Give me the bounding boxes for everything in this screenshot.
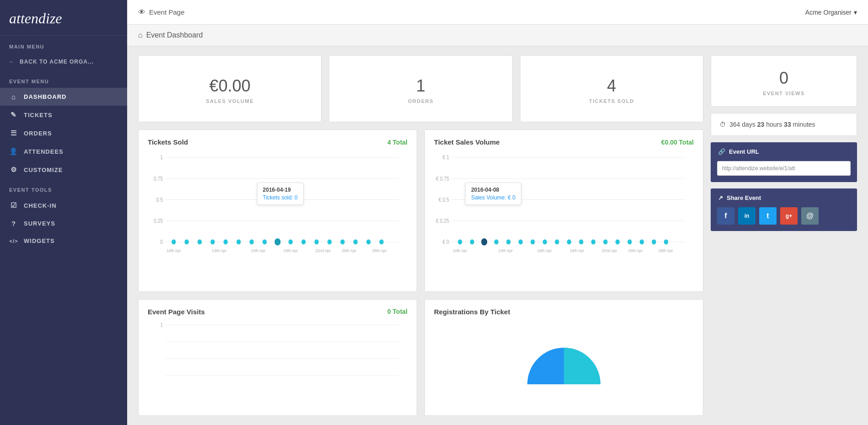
tickets-sold-label: TICKETS SOLD [589, 98, 634, 104]
tickets-sold-chart: 1 0.75 0.5 0.25 0 [148, 152, 407, 253]
sales-volume-label: SALES VOLUME [206, 98, 254, 104]
orders-value: 1 [416, 76, 425, 96]
svg-text:10th Apr: 10th Apr [166, 248, 181, 253]
sidebar-item-label: SURVEYS [24, 220, 55, 227]
svg-text:€ 0.5: € 0.5 [439, 197, 449, 203]
svg-text:€ 1: € 1 [443, 155, 449, 161]
svg-point-13 [210, 240, 214, 245]
sidebar-item-attendees[interactable]: 👤 ATTENDEES [0, 142, 127, 161]
svg-point-45 [470, 240, 474, 245]
chart-top: Tickets Sold 4 Total [148, 138, 407, 146]
event-menu-label: EVENT MENU [0, 70, 127, 88]
svg-text:0.5: 0.5 [156, 197, 163, 203]
sidebar-item-dashboard[interactable]: ⌂ DASHBOARD [0, 88, 127, 106]
svg-point-15 [236, 240, 241, 245]
chart-title: Event Page Visits [148, 308, 205, 316]
topbar-left: 👁 Event Page [138, 8, 185, 16]
svg-point-24 [354, 240, 358, 245]
attendees-icon: 👤 [9, 147, 18, 156]
svg-point-60 [652, 240, 656, 245]
email-share-button[interactable]: @ [801, 207, 819, 225]
user-menu[interactable]: Acme Organiser ▾ [805, 9, 857, 16]
dropdown-arrow-icon: ▾ [854, 9, 857, 16]
svg-text:19th Apr: 19th Apr [284, 248, 298, 253]
svg-text:1: 1 [160, 155, 163, 161]
ticket-sales-chart: € 1 € 0.75 € 0.5 € 0.25 € 0 [434, 152, 694, 253]
svg-text:13th Apr: 13th Apr [212, 248, 226, 253]
registrations-by-ticket-card: Registrations By Ticket [424, 299, 703, 416]
sidebar-item-customize[interactable]: ⚙ CUSTOMIZE [0, 161, 127, 179]
countdown-card: ⏱ 364 days 23 hours 33 minutes [711, 113, 857, 136]
svg-text:22nd Apr: 22nd Apr [601, 248, 617, 253]
event-page-link[interactable]: Event Page [149, 8, 185, 16]
svg-text:16th Apr: 16th Apr [251, 248, 266, 253]
sidebar-item-orders[interactable]: ☰ ORDERS [0, 124, 127, 142]
home-icon: ⌂ [9, 93, 18, 101]
svg-point-25 [366, 240, 370, 245]
registrations-chart-title: Registrations By Ticket [434, 308, 510, 316]
back-arrow-icon: ← [9, 59, 15, 65]
svg-text:28th Apr: 28th Apr [659, 248, 673, 253]
event-page-visits-card: Event Page Visits 0 Total 1 [138, 299, 417, 416]
stat-card-event-views: 0 EVENT VIEWS [711, 55, 857, 107]
tickets-icon: ✎ [9, 111, 18, 119]
svg-point-54 [579, 240, 583, 245]
facebook-share-button[interactable]: f [717, 207, 734, 225]
sidebar-item-label: CUSTOMIZE [24, 167, 63, 173]
tickets-sold-chart-card: Tickets Sold 4 Total 1 0.75 0.5 [138, 129, 417, 291]
svg-text:0: 0 [160, 239, 163, 245]
main-content: 👁 Event Page Acme Organiser ▾ ⌂ Event Da… [127, 0, 868, 425]
chart-total: €0.00 Total [661, 139, 694, 146]
stat-card-tickets-sold: 4 TICKETS SOLD [520, 55, 703, 122]
svg-text:€ 0.75: € 0.75 [436, 176, 449, 182]
dashboard-body: €0.00 SALES VOLUME 1 ORDERS 4 TICKETS SO… [127, 46, 868, 425]
surveys-icon: ? [9, 220, 18, 227]
svg-text:€ 0: € 0 [443, 239, 449, 245]
event-visits-svg: 1 [148, 320, 407, 389]
svg-point-18 [274, 238, 281, 246]
customize-icon: ⚙ [9, 166, 18, 174]
svg-point-55 [591, 240, 595, 245]
chart-top: Event Page Visits 0 Total [148, 308, 407, 316]
svg-point-21 [314, 240, 318, 245]
back-to-org-button[interactable]: ← BACK TO ACME ORGA... [0, 53, 127, 70]
sales-volume-value: €0.00 [209, 76, 251, 96]
linkedin-share-button[interactable]: in [738, 207, 755, 225]
svg-point-23 [340, 240, 344, 245]
orders-icon: ☰ [9, 129, 18, 137]
svg-point-61 [664, 240, 668, 245]
countdown-text: 364 days 23 hours 33 minutes [729, 121, 815, 128]
sidebar-item-tickets[interactable]: ✎ TICKETS [0, 106, 127, 124]
svg-text:16th Apr: 16th Apr [537, 248, 552, 253]
event-views-label: EVENT VIEWS [763, 91, 805, 96]
svg-point-14 [224, 240, 228, 245]
svg-text:10th Apr: 10th Apr [453, 248, 467, 253]
svg-point-16 [249, 240, 253, 245]
sidebar-item-surveys[interactable]: ? SURVEYS [0, 215, 127, 232]
sidebar-item-label: TICKETS [24, 112, 53, 118]
share-icon: ↗ [718, 194, 723, 201]
ticket-sales-svg: € 1 € 0.75 € 0.5 € 0.25 € 0 [434, 152, 694, 253]
chart-title: Ticket Sales Volume [434, 138, 500, 146]
svg-text:28th Apr: 28th Apr [372, 248, 387, 253]
svg-point-10 [171, 240, 176, 245]
pie-chart-svg [514, 339, 614, 393]
right-column: 0 EVENT VIEWS ⏱ 364 days 23 hours 33 min… [711, 55, 857, 416]
svg-text:13th Apr: 13th Apr [498, 248, 513, 253]
link-icon: 🔗 [718, 148, 725, 155]
event-url-input[interactable] [717, 161, 851, 176]
main-menu-label: MAIN MENU [0, 36, 127, 53]
sidebar-item-checkin[interactable]: ☑ CHECK-IN [0, 196, 127, 215]
share-buttons: f in t g+ @ [711, 207, 857, 231]
googleplus-share-button[interactable]: g+ [780, 207, 798, 225]
chart-top: Registrations By Ticket [434, 308, 694, 316]
svg-text:1: 1 [160, 322, 163, 327]
tickets-sold-svg: 1 0.75 0.5 0.25 0 [148, 152, 407, 253]
svg-point-53 [567, 240, 571, 245]
twitter-share-button[interactable]: t [759, 207, 777, 225]
sidebar-item-widgets[interactable]: </> WIDGETS [0, 232, 127, 249]
svg-point-57 [616, 240, 620, 245]
svg-point-58 [627, 240, 632, 245]
page-header: ⌂ Event Dashboard [127, 25, 868, 46]
topbar: 👁 Event Page Acme Organiser ▾ [127, 0, 868, 25]
